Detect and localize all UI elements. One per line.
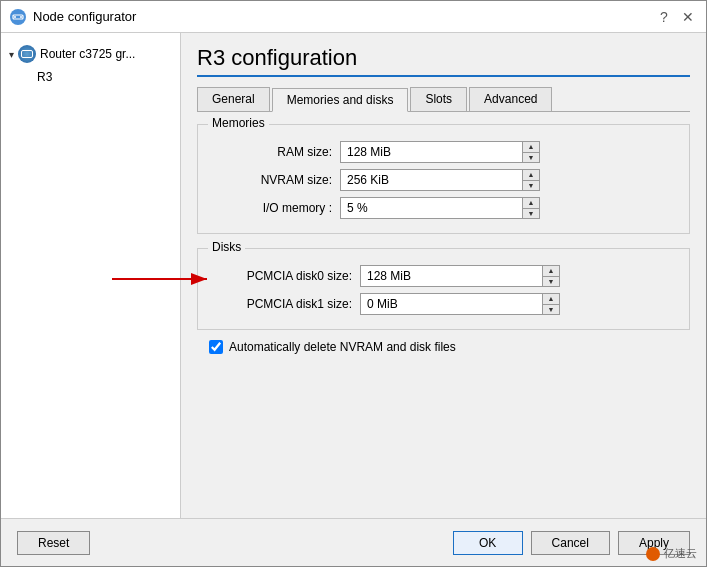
nvram-spinbox[interactable]: 256 KiB ▲ ▼ <box>340 169 540 191</box>
router-icon <box>18 45 36 63</box>
io-label: I/O memory : <box>210 201 340 215</box>
ram-group: RAM size: 128 MiB ▲ ▼ <box>210 141 677 163</box>
reset-button[interactable]: Reset <box>17 531 90 555</box>
ram-label: RAM size: <box>210 145 340 159</box>
app-icon <box>9 8 27 26</box>
footer: Reset OK Cancel Apply <box>1 518 706 566</box>
io-spinbox[interactable]: 5 % ▲ ▼ <box>340 197 540 219</box>
nvram-arrows: ▲ ▼ <box>522 170 539 190</box>
disk1-spinbox[interactable]: 0 MiB ▲ ▼ <box>360 293 560 315</box>
ram-up[interactable]: ▲ <box>523 142 539 153</box>
disk1-value: 0 MiB <box>361 297 542 311</box>
svg-point-3 <box>20 16 22 18</box>
ram-spinbox[interactable]: 128 MiB ▲ ▼ <box>340 141 540 163</box>
disk0-label: PCMCIA disk0 size: <box>210 269 360 283</box>
io-down[interactable]: ▼ <box>523 209 539 219</box>
tab-advanced[interactable]: Advanced <box>469 87 552 111</box>
disks-wrapper: Disks PCMCIA disk0 size: 128 MiB ▲ ▼ <box>197 248 690 330</box>
disks-label: Disks <box>208 240 245 254</box>
io-group: I/O memory : 5 % ▲ ▼ <box>210 197 677 219</box>
child-label: R3 <box>37 70 52 84</box>
title-bar: Node configurator ? ✕ <box>1 1 706 33</box>
io-up[interactable]: ▲ <box>523 198 539 209</box>
memories-label: Memories <box>208 116 269 130</box>
disk1-label: PCMCIA disk1 size: <box>210 297 360 311</box>
ram-down[interactable]: ▼ <box>523 153 539 163</box>
disk0-spinbox[interactable]: 128 MiB ▲ ▼ <box>360 265 560 287</box>
tree-child-r3[interactable]: R3 <box>1 67 180 87</box>
disk0-up[interactable]: ▲ <box>543 266 559 277</box>
watermark: 亿速云 <box>646 546 697 561</box>
config-title: R3 configuration <box>197 45 690 77</box>
main-content: R3 configuration General Memories and di… <box>181 33 706 518</box>
disk1-group: PCMCIA disk1 size: 0 MiB ▲ ▼ <box>210 293 677 315</box>
watermark-text: 亿速云 <box>664 546 697 561</box>
tabs: General Memories and disks Slots Advance… <box>197 87 690 112</box>
sidebar: ▾ Router c3725 gr... R3 <box>1 33 181 518</box>
disks-group: Disks PCMCIA disk0 size: 128 MiB ▲ ▼ <box>197 248 690 330</box>
tab-general[interactable]: General <box>197 87 270 111</box>
content-area: Memories RAM size: 128 MiB ▲ ▼ <box>197 124 690 506</box>
nvram-down[interactable]: ▼ <box>523 181 539 191</box>
disk1-down[interactable]: ▼ <box>543 305 559 315</box>
disk0-arrows: ▲ ▼ <box>542 266 559 286</box>
memories-group: Memories RAM size: 128 MiB ▲ ▼ <box>197 124 690 234</box>
tab-memories-disks[interactable]: Memories and disks <box>272 88 409 112</box>
close-button[interactable]: ✕ <box>678 7 698 27</box>
window-body: ▾ Router c3725 gr... R3 R3 configuration… <box>1 33 706 518</box>
ram-value: 128 MiB <box>341 145 522 159</box>
watermark-icon <box>646 547 660 561</box>
io-value: 5 % <box>341 201 522 215</box>
ok-button[interactable]: OK <box>453 531 523 555</box>
disk0-value: 128 MiB <box>361 269 542 283</box>
auto-delete-checkbox[interactable] <box>209 340 223 354</box>
nvram-group: NVRAM size: 256 KiB ▲ ▼ <box>210 169 677 191</box>
checkbox-row: Automatically delete NVRAM and disk file… <box>209 340 690 354</box>
cancel-button[interactable]: Cancel <box>531 531 610 555</box>
nvram-up[interactable]: ▲ <box>523 170 539 181</box>
tree-parent[interactable]: ▾ Router c3725 gr... <box>1 41 180 67</box>
nvram-value: 256 KiB <box>341 173 522 187</box>
ram-arrows: ▲ ▼ <box>522 142 539 162</box>
help-button[interactable]: ? <box>654 7 674 27</box>
svg-point-2 <box>14 16 16 18</box>
disk0-down[interactable]: ▼ <box>543 277 559 287</box>
io-arrows: ▲ ▼ <box>522 198 539 218</box>
disk1-arrows: ▲ ▼ <box>542 294 559 314</box>
parent-label: Router c3725 gr... <box>40 47 135 61</box>
title-bar-buttons: ? ✕ <box>654 7 698 27</box>
window: Node configurator ? ✕ ▾ Router c3725 gr.… <box>0 0 707 567</box>
title-bar-left: Node configurator <box>9 8 136 26</box>
disk1-up[interactable]: ▲ <box>543 294 559 305</box>
tab-slots[interactable]: Slots <box>410 87 467 111</box>
disk0-group: PCMCIA disk0 size: 128 MiB ▲ ▼ <box>210 265 677 287</box>
nvram-label: NVRAM size: <box>210 173 340 187</box>
chevron-icon: ▾ <box>9 49 14 60</box>
checkbox-label: Automatically delete NVRAM and disk file… <box>229 340 456 354</box>
window-title: Node configurator <box>33 9 136 24</box>
